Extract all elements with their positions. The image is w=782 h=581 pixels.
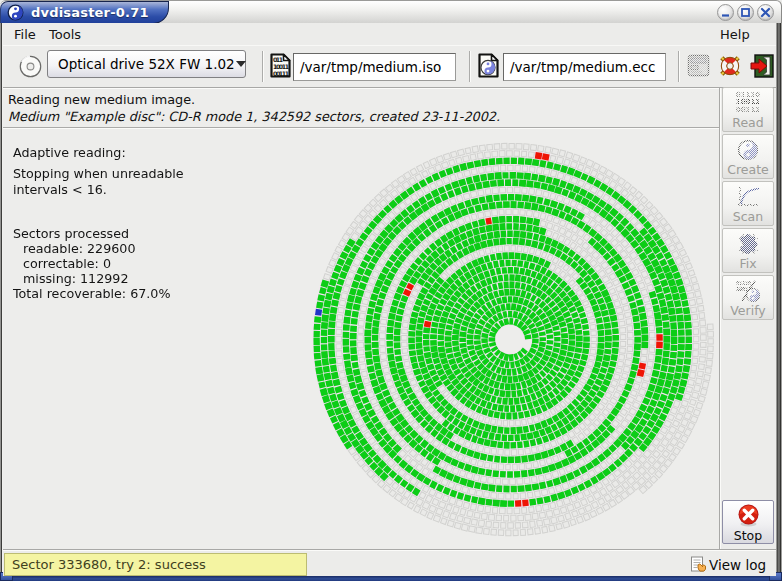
help-button[interactable] [718,54,742,82]
preferences-icon [687,54,710,77]
close-button[interactable] [757,4,774,21]
menu-file[interactable]: File [9,25,41,44]
device-selector[interactable]: Optical drive 52X FW 1.02 [47,50,246,78]
ecc-file-input[interactable]: /var/tmp/medium.ecc [503,53,666,81]
correctable-count: correctable: 0 [23,256,111,271]
read-button[interactable]: 011101001100111 Read [722,87,774,132]
titlebar[interactable]: dvdisaster-0.71 [0,0,782,23]
create-button[interactable]: Create [722,134,774,179]
read-icon: 011101001100111 [736,90,760,116]
lifebuoy-icon [718,54,742,78]
menubar: File Tools Help [3,23,776,45]
menu-tools[interactable]: Tools [44,25,86,44]
dvdisaster-window: dvdisaster-0.71 File Tools Help Optical … [0,0,782,581]
read-button-label: Read [732,116,763,129]
ecc-file-value: /var/tmp/medium.ecc [510,59,655,75]
missing-count: missing: 112992 [23,271,128,286]
cd-disc-icon [18,54,43,79]
total-recoverable: Total recoverable: 67.0% [13,286,170,301]
create-button-label: Create [727,163,769,176]
read-binary-glyph: 011101001100111 [736,92,760,115]
action-sidebar: 011101001100111 Read Create [721,88,776,549]
window-right-border [776,23,782,576]
view-log-icon [690,556,707,573]
close-icon [760,7,771,18]
window-bottom-border [0,576,782,581]
fix-button-label: Fix [739,257,756,270]
exit-door-icon [749,54,774,78]
image-file-icon: 011 10011 00111 [269,52,292,79]
device-selector-value: Optical drive 52X FW 1.02 [48,56,235,72]
minimize-icon [720,7,731,18]
combo-arrow-button[interactable] [236,51,246,77]
stop-button-label: Stop [734,529,762,542]
strategy-line1: Stopping when unreadable [13,166,184,181]
window-title: dvdisaster-0.71 [31,5,149,20]
svg-text:00111: 00111 [273,70,289,77]
reading-mode-label: Adaptive reading: [13,145,126,160]
svg-text:011: 011 [273,56,283,63]
sectors-processed-label: Sectors processed [13,226,129,241]
scan-button[interactable]: Scan [722,181,774,226]
toolbar-separator-line [3,87,776,89]
scan-button-label: Scan [733,210,763,223]
status-message: Sector 333680, try 2: success [4,553,307,576]
minimize-button[interactable] [717,4,734,21]
toolbar: Optical drive 52X FW 1.02 011 10011 0011… [3,45,776,87]
statusbar: Sector 333680, try 2: success View log [3,549,776,576]
maximize-button[interactable] [737,4,754,21]
view-log-button[interactable]: View log [690,553,766,576]
status-heading: Reading new medium image. [8,92,195,107]
verify-button[interactable]: 01110 10011 Verify [722,275,774,320]
image-file-input[interactable]: /var/tmp/medium.iso [293,53,456,81]
verify-icon: 01110 10011 [735,278,761,304]
window-controls [717,4,774,21]
title-tab[interactable]: dvdisaster-0.71 [0,1,169,24]
maximize-icon [740,7,751,18]
svg-text:10011: 10011 [273,63,289,70]
scan-icon [735,184,761,210]
image-file-value: /var/tmp/medium.iso [300,59,441,75]
preferences-button-disabled [687,54,710,81]
sector-spiral-visualization [3,129,719,549]
menu-help[interactable]: Help [715,25,755,44]
toolbar-separator [262,51,264,82]
chevron-down-icon [236,61,246,67]
stop-icon [736,503,761,529]
toolbar-separator [469,51,471,82]
reading-area: Adaptive reading: Stopping when unreadab… [3,129,719,549]
fix-icon [735,231,761,257]
quit-button[interactable] [749,54,774,82]
verify-button-label: Verify [730,304,765,317]
stop-button[interactable]: Stop [722,500,774,544]
medium-description: Medium "Example disc": CD-R mode 1, 3425… [8,109,500,124]
view-log-label: View log [709,557,766,573]
readable-count: readable: 229600 [23,241,135,256]
create-icon [737,137,759,163]
fix-button[interactable]: Fix [722,228,774,273]
toolbar-separator [678,51,680,82]
ecc-file-icon [477,52,500,79]
dvdisaster-logo-icon [7,4,24,21]
strategy-line2: intervals < 16. [13,182,107,197]
